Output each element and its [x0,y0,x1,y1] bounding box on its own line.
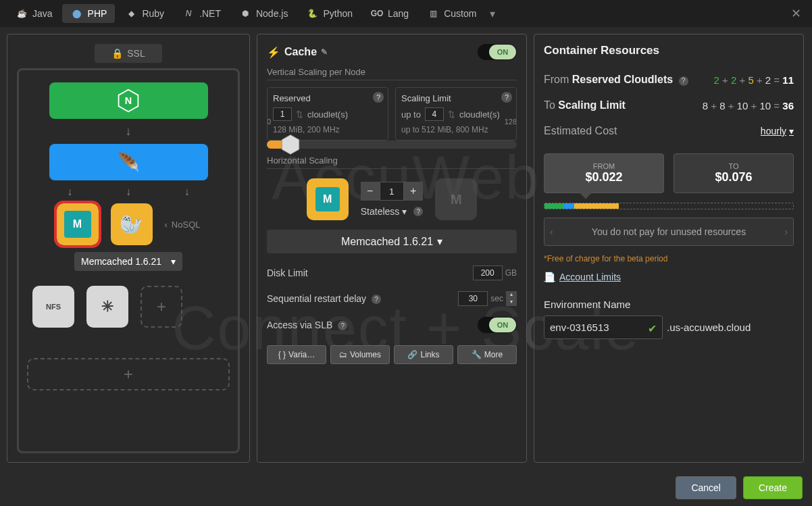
reserved-box: Reserved ? ⇅ cloudlet(s) 128 MiB, 200 MH… [267,87,388,141]
tab-custom[interactable]: ▥Custom [418,4,484,23]
chevron-down-icon: ▾ [171,256,176,267]
to-limit-label: To Scaling Limit [544,99,626,111]
cache-node-memcached[interactable]: M [57,203,99,245]
account-limits-link[interactable]: 📄 Account Limits [544,272,794,282]
close-icon[interactable]: ✕ [787,6,805,21]
chevron-left-icon[interactable]: ‹ [550,226,553,237]
node-count-input[interactable] [380,182,404,201]
tab-options-caret[interactable]: ▾ [490,7,495,20]
more-button[interactable]: 🔧More [457,345,517,364]
add-storage-node[interactable]: + [141,286,182,328]
python-icon: 🐍 [305,8,319,19]
stepper-icon[interactable]: ⇅ [296,109,303,120]
help-icon[interactable]: ? [338,321,347,330]
hscale-node-icon: M [307,178,349,220]
restart-delay-input[interactable] [458,291,488,306]
lock-icon: 🔒 [111,48,123,59]
help-icon[interactable]: ? [501,92,512,103]
document-icon: 📄 [544,272,555,282]
extension-icon: ✳ [101,298,113,315]
chevron-down-icon: ▾ [402,206,407,217]
scaling-mode-select[interactable]: Stateless ▾ [361,206,407,217]
tab-python[interactable]: 🐍Python [297,4,361,23]
cost-period-toggle[interactable]: hourly ▾ [761,126,794,136]
dotnet-icon: N [182,8,195,19]
custom-icon: ▥ [426,8,440,19]
info-banner: ‹ You do not pay for unused resources › [544,218,794,246]
slider-thumb-icon[interactable] [280,134,301,155]
stepper-icon[interactable]: ⇅ [448,109,455,120]
php-icon: ⬤ [70,8,84,19]
vertical-scaling-header: Vertical Scaling per Node [267,67,517,80]
restart-delay-label: Sequential restart delay ? [267,293,381,305]
env-name-input[interactable]: env-0316513 ✔ [544,315,663,339]
apache-icon: 🪶 [118,152,139,173]
storage-node-extra[interactable]: ✳ [86,286,128,328]
cost-from-box: FROM $0.022 [544,153,664,193]
from-cloudlets-calc: 2 + 2 + 5 + 2 = 11 [714,74,794,86]
arrow-down-icon: ↓ [126,186,131,198]
env-domain: .us-accuweb.cloud [667,322,751,333]
variables-button[interactable]: { }Varia… [267,345,326,364]
increase-button[interactable]: + [404,182,423,201]
horizontal-scaling-header: Horizontal Scaling [267,155,517,169]
chevron-right-icon[interactable]: › [784,226,788,237]
chevron-down-icon: ▾ [789,126,794,136]
tab-dotnet[interactable]: N.NET [174,4,229,23]
from-cloudlets-label: From Reserved Cloudlets ? [544,74,688,86]
resources-panel: Container Resources From Reserved Cloudl… [534,34,804,463]
balancer-node[interactable]: N [49,82,208,119]
help-icon[interactable]: ? [413,207,423,216]
cloudlet-slider[interactable] [267,141,517,149]
app-server-node[interactable]: 🪶 [49,144,208,180]
memcached-version-select[interactable]: Memcached 1.6.21 ▾ [74,252,182,271]
node-version-select[interactable]: Memcached 1.6.21 ▾ [267,230,517,253]
slb-toggle[interactable]: ON [478,317,517,333]
cancel-button[interactable]: Cancel [676,476,736,499]
volumes-button[interactable]: 🗂Volumes [330,345,390,364]
mariadb-icon: 🦭 [120,213,143,236]
nginx-icon: N [116,88,141,113]
create-button[interactable]: Create [743,476,803,499]
links-button[interactable]: 🔗Links [394,345,453,364]
nodejs-icon: ⬢ [238,8,252,19]
cost-to-box: TO $0.076 [674,153,794,193]
reserved-input[interactable] [273,107,292,121]
link-icon: 🔗 [407,350,417,359]
memcached-icon: M [64,211,91,238]
go-icon: GO [370,8,384,19]
svg-text:N: N [125,95,132,106]
tab-nodejs[interactable]: ⬢Node.js [230,4,296,23]
usage-bar [544,203,794,209]
storage-node-nfs[interactable]: NFS [32,286,74,328]
decrease-button[interactable]: − [361,182,380,201]
tab-go[interactable]: GOLang [362,4,417,23]
arrow-down-icon: ↓ [184,186,190,198]
nosql-node[interactable]: ‹NoSQL [165,220,201,230]
help-icon[interactable]: ? [373,92,384,103]
braces-icon: { } [278,350,286,359]
scaling-limit-box: Scaling Limit ? up to ⇅ cloudlet(s) up t… [395,87,517,141]
tab-php[interactable]: ⬤PHP [62,4,116,23]
limit-input[interactable] [425,107,444,121]
cache-toggle[interactable]: ON [478,44,517,60]
add-layer-button[interactable]: + [27,358,230,390]
ssl-toggle[interactable]: 🔒 SSL [95,44,162,63]
arrow-down-icon: ↓ [27,124,230,138]
env-name-label: Environment Name [544,299,794,310]
check-icon: ✔ [648,322,657,335]
delay-stepper[interactable]: ▴▾ [506,291,517,306]
cache-section-title: ⚡ Cache ✎ [267,46,328,59]
disk-limit-label: Disk Limit [267,268,308,278]
help-icon[interactable]: ? [679,76,688,86]
settings-panel: ⚡ Cache ✎ ON Vertical Scaling per Node R… [257,34,527,463]
db-node[interactable]: 🦭 [111,203,153,245]
help-icon[interactable]: ? [372,295,381,304]
resources-title: Container Resources [544,44,794,57]
tab-ruby[interactable]: ◆Ruby [116,4,172,23]
disk-limit-input[interactable] [473,265,503,280]
edit-icon[interactable]: ✎ [321,47,328,57]
estimated-cost-label: Estimated Cost [544,125,617,137]
java-icon: ☕ [15,8,28,19]
tab-java[interactable]: ☕Java [7,4,61,23]
